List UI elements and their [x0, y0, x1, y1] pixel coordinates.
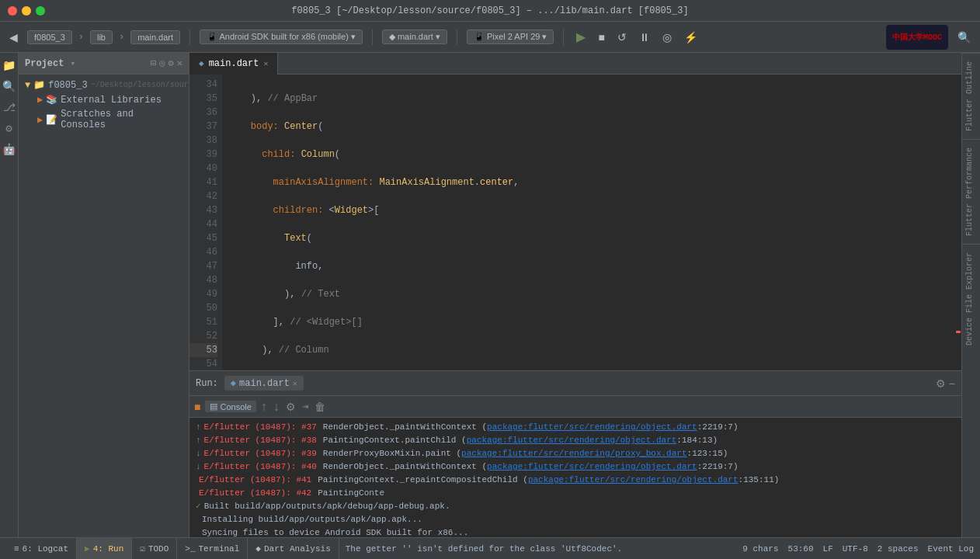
link-37[interactable]: package:flutter/src/rendering/object.dar…	[487, 421, 697, 434]
run-tab-close[interactable]: ✕	[293, 379, 297, 388]
chevron-down-icon3: ▾	[542, 32, 547, 41]
tree-item-external-libs[interactable]: ▶ 📚 External Libraries	[19, 92, 189, 107]
rerun-button[interactable]: ↺	[614, 30, 630, 45]
dart-file-icon: ◆	[199, 58, 204, 68]
tab-close-icon[interactable]: ✕	[263, 59, 268, 68]
run-tab[interactable]: ◆ main.dart ✕	[224, 376, 304, 391]
separator	[189, 30, 190, 45]
dart-icon: ◆	[255, 543, 261, 554]
logcat-tab[interactable]: ≡ 6: Logcat	[6, 538, 77, 560]
search-icon[interactable]: 🔍	[1, 77, 17, 96]
terminal-label: Terminal	[199, 544, 240, 554]
console-line-40: ↓ E/flutter (10487): #40 RenderObject._p…	[196, 460, 955, 474]
dart-analysis-tab[interactable]: ◆ Dart Analysis	[248, 538, 339, 560]
sdk-selector[interactable]: 📱 Android SDK built for x86 (mobile) ▾	[200, 30, 363, 44]
link-suffix-37: :2219:7)	[697, 421, 738, 434]
stop-run-button[interactable]: ■	[193, 399, 202, 415]
clear-button[interactable]: 🗑	[313, 399, 327, 415]
project-header-title: Project	[25, 58, 64, 69]
error-text-41: PaintingContext._repaintCompositedChild …	[318, 474, 528, 487]
console-line: ↑ E/flutter (10487): #37 RenderObject._p…	[196, 421, 955, 434]
scroll-up-button[interactable]: ↑	[259, 398, 269, 415]
profile-button[interactable]: ⚡	[681, 30, 700, 45]
search-button[interactable]: 🔍	[954, 30, 974, 45]
run-button[interactable]: ▶	[573, 28, 589, 46]
window-title: f0805_3 [~/Desktop/lesson/source/f0805_3…	[291, 5, 688, 16]
link-38[interactable]: package:flutter/src/rendering/object.dar…	[467, 434, 677, 447]
todo-icon: ☑	[140, 543, 145, 554]
vcs-icon[interactable]: ⎇	[2, 98, 17, 117]
error-text-42: PaintingConte	[318, 487, 384, 500]
encoding[interactable]: UTF-8	[843, 544, 868, 554]
tree-item-scratches[interactable]: ▶ 📝 Scratches and Consoles	[19, 107, 189, 132]
coverage-button[interactable]: ◎	[659, 30, 675, 45]
close-panel-icon[interactable]: ✕	[177, 57, 182, 69]
console-output[interactable]: ↑ E/flutter (10487): #37 RenderObject._p…	[189, 418, 961, 537]
right-side-panels: Flutter Outline Flutter Performance Devi…	[961, 53, 980, 537]
editor-area: ◆ main.dart ✕ 3435363738 3940414243 4445…	[189, 53, 961, 370]
scroll-down-button[interactable]: ↓	[272, 398, 281, 415]
dart-analysis-label: Dart Analysis	[264, 544, 331, 554]
indent[interactable]: 2 spaces	[877, 544, 919, 554]
scroll-from-source-icon[interactable]: ◎	[159, 57, 165, 69]
todo-tab[interactable]: ☑ TODO	[132, 538, 177, 560]
project-label[interactable]: f0805_3	[27, 30, 72, 44]
error-text-38: PaintingContext.paintChild (	[323, 434, 467, 447]
tab-main-dart[interactable]: ◆ main.dart ✕	[189, 53, 278, 75]
console-icon: ▤	[210, 401, 217, 411]
left-icon-strip: 📁 🔍 ⎇ ⚙ 🤖	[0, 53, 19, 537]
file-label[interactable]: main.dart	[130, 30, 180, 44]
soft-wrap-button[interactable]: ⇥	[301, 401, 310, 412]
event-log[interactable]: Event Log	[928, 544, 974, 554]
code-content[interactable]: ), // AppBar body: Center( child: Column…	[222, 75, 961, 370]
collapse-all-icon[interactable]: ⊟	[151, 57, 156, 69]
error-prefix-40: E/flutter (10487): #40	[204, 460, 317, 474]
settings-icon[interactable]: ⚙	[936, 377, 946, 390]
project-tree: ▼ 📁 f0805_3 ~/Desktop/lesson/source/f080…	[19, 75, 189, 135]
chevron-down-icon2: ▾	[436, 32, 440, 41]
android-icon[interactable]: 🤖	[1, 140, 17, 159]
console-toolbar: ■ ▤ Console ↑ ↓ ⚙ ⇥ 🗑	[189, 396, 961, 418]
error-text-40: RenderObject._paintWithContext (	[323, 460, 487, 474]
sdk-label: Android SDK built for x86 (mobile)	[220, 32, 349, 41]
debug-button[interactable]: ⏸	[636, 30, 653, 45]
project-dropdown-icon[interactable]: ▾	[70, 58, 75, 68]
folder-icon[interactable]: 📁	[1, 56, 17, 75]
error-prefix-39: E/flutter (10487): #39	[204, 447, 317, 460]
error-prefix-38: E/flutter (10487): #38	[204, 434, 317, 447]
minimize-button[interactable]	[22, 6, 31, 16]
link-40[interactable]: package:flutter/src/rendering/object.dar…	[487, 460, 697, 474]
link-41[interactable]: package:flutter/src/rendering/object.dar…	[528, 474, 738, 487]
console-line-build2: Installing build/app/outputs/apk/app.apk…	[196, 513, 955, 526]
terminal-icon: >_	[185, 544, 195, 554]
stop-button[interactable]: ■	[595, 30, 607, 45]
device-selector[interactable]: 📱 Pixel 2 API 29 ▾	[467, 30, 554, 44]
link-suffix-41: :135:11)	[738, 474, 780, 487]
close-button[interactable]	[8, 6, 17, 16]
tree-item-root[interactable]: ▼ 📁 f0805_3 ~/Desktop/lesson/source/f080…	[19, 78, 189, 92]
build-icon[interactable]: ⚙	[4, 119, 13, 138]
minimize-console-icon[interactable]: −	[949, 377, 955, 390]
gear-icon[interactable]: ⚙	[169, 57, 174, 69]
back-button[interactable]: ◀	[6, 30, 21, 45]
up-arrow-icon-38: ↑	[196, 434, 201, 447]
link-39[interactable]: package:flutter/src/rendering/proxy_box.…	[461, 447, 686, 460]
device-file-explorer-panel[interactable]: Device File Explorer	[962, 244, 980, 353]
build-text-2: Installing build/app/outputs/apk/app.apk…	[202, 513, 422, 526]
flutter-performance-panel[interactable]: Flutter Performance	[962, 139, 980, 244]
line-ending[interactable]: LF	[823, 544, 833, 554]
console-line-42: E/flutter (10487): #42 PaintingConte	[196, 487, 955, 500]
project-header-icons: ⊟ ◎ ⚙ ✕	[151, 57, 182, 69]
flutter-outline-panel[interactable]: Flutter Outline	[962, 53, 980, 139]
lib-label[interactable]: lib	[90, 30, 113, 44]
position-indicator[interactable]: 53:60	[788, 544, 814, 554]
terminal-tab[interactable]: >_ Terminal	[177, 538, 248, 560]
filter-button[interactable]: ⚙	[284, 399, 297, 415]
console-tab[interactable]: ▤ Console	[205, 401, 255, 412]
code-editor[interactable]: 3435363738 3940414243 4445464748 4950515…	[189, 75, 961, 370]
maximize-button[interactable]	[36, 6, 45, 16]
run-bottom-tab[interactable]: ▶ 4: Run	[77, 538, 132, 560]
console-line-41: E/flutter (10487): #41 PaintingContext._…	[196, 474, 955, 487]
run-config-selector[interactable]: ◆ main.dart ▾	[382, 30, 447, 44]
link-suffix-40: :2219:7)	[697, 460, 738, 474]
